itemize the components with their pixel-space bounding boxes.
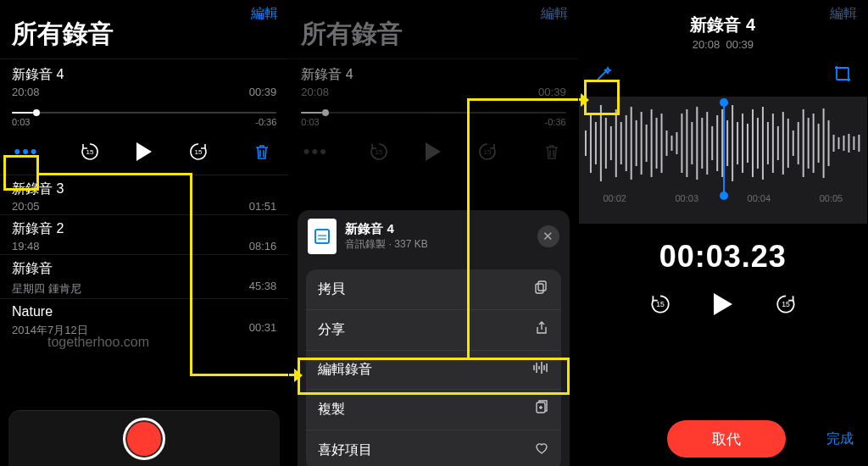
elapsed-label: 0:03 <box>12 117 30 127</box>
delete-button[interactable] <box>248 137 276 166</box>
recording-name: 新錄音 3 <box>12 180 276 198</box>
page-title: 所有錄音 <box>289 0 577 58</box>
waveform-icon <box>532 361 549 379</box>
recording-duration: 00:39 <box>538 86 566 98</box>
action-label: 分享 <box>318 321 345 339</box>
edit-link[interactable]: 編輯 <box>541 5 568 23</box>
action-label: 編輯錄音 <box>318 361 372 379</box>
recording-title[interactable]: 新錄音 4 <box>579 14 867 36</box>
enhance-button[interactable] <box>591 61 616 86</box>
done-link[interactable]: 完成 <box>826 430 854 448</box>
recording-duration: 08:16 <box>249 240 277 252</box>
remaining-label: -0:36 <box>255 117 276 127</box>
list-item[interactable]: Nature 2014年7月12日 00:31 <box>0 298 288 340</box>
rewind-15-icon[interactable]: 15 <box>646 290 675 319</box>
recording-time: 20:08 <box>693 38 721 51</box>
more-button[interactable]: ••• <box>12 137 41 166</box>
recording-duration: 45:38 <box>249 280 277 297</box>
duplicate-icon <box>534 400 549 419</box>
recording-time: 19:48 <box>12 240 40 252</box>
recording-time: 20:08 <box>301 86 329 98</box>
heart-icon <box>534 441 549 460</box>
svg-text:15: 15 <box>656 300 665 308</box>
action-share[interactable]: 分享 <box>306 309 560 350</box>
svg-text:15: 15 <box>86 148 94 156</box>
ruler-tick: 00:04 <box>748 193 771 203</box>
trim-button[interactable] <box>830 61 855 86</box>
panel-editor: 編輯 新錄音 4 20:08 00:39 00:02 00:03 00: <box>579 0 868 466</box>
ruler-tick: 00:05 <box>820 193 843 203</box>
recording-subtitle: 2014年7月12日 <box>12 323 88 338</box>
recording-duration: 01:51 <box>249 200 277 213</box>
player-controls: ••• 15 15 <box>289 132 577 175</box>
current-recording[interactable]: 新錄音 4 20:08 00:39 <box>0 58 288 100</box>
close-button[interactable]: ✕ <box>537 225 559 247</box>
svg-text:15: 15 <box>782 300 790 308</box>
action-label: 拷貝 <box>318 280 345 298</box>
list-item[interactable]: 新錄音 2 19:48 08:16 <box>0 214 288 254</box>
list-item[interactable]: 新錄音 3 20:05 01:51 <box>0 175 288 214</box>
svg-rect-5 <box>536 284 543 293</box>
action-copy[interactable]: 拷貝 <box>306 269 560 309</box>
current-recording: 新錄音 4 20:08 00:39 <box>289 58 577 100</box>
action-sheet: 新錄音 4 音訊錄製 · 337 KB ✕ 拷貝 分享 編輯錄音 <box>298 210 569 466</box>
forward-15-icon: 15 <box>473 137 502 166</box>
rewind-15-icon[interactable]: 15 <box>75 137 104 166</box>
play-button <box>419 137 448 166</box>
edit-link[interactable]: 編輯 <box>251 5 278 23</box>
recording-name: 新錄音 4 <box>301 66 565 84</box>
share-icon <box>534 320 549 340</box>
player-controls: ••• 15 15 <box>0 132 288 175</box>
svg-text:15: 15 <box>484 148 492 156</box>
action-edit-recording[interactable]: 編輯錄音 <box>306 350 560 389</box>
waveform-area[interactable]: 00:02 00:03 00:04 00:05 <box>579 97 867 224</box>
recording-time: 20:08 <box>12 86 40 98</box>
highlight-arrow <box>289 374 298 376</box>
highlight-arrow <box>190 374 289 376</box>
ruler-tick: 00:03 <box>676 193 699 203</box>
panel-share-sheet: 編輯 所有錄音 新錄音 4 20:08 00:39 0:03 -0:36 •••… <box>289 0 578 466</box>
recording-duration: 00:39 <box>249 86 277 98</box>
action-label: 複製 <box>318 401 345 419</box>
playhead[interactable] <box>723 103 725 195</box>
copy-icon <box>534 280 549 299</box>
svg-text:15: 15 <box>376 148 383 156</box>
rewind-15-icon: 15 <box>364 137 393 166</box>
recording-subtitle: 星期四 鍾肯尼 <box>12 281 81 297</box>
recording-time: 20:05 <box>12 200 40 213</box>
editor-controls: 15 15 <box>579 290 867 319</box>
sheet-title: 新錄音 4 <box>345 221 427 237</box>
delete-button <box>537 137 566 166</box>
action-duplicate[interactable]: 複製 <box>306 389 560 430</box>
play-button[interactable] <box>709 290 737 319</box>
scrubber[interactable] <box>12 112 276 114</box>
edit-link: 編輯 <box>830 5 857 23</box>
recording-duration: 00:31 <box>249 321 277 338</box>
page-title: 所有錄音 <box>0 0 288 58</box>
list-item[interactable]: 新錄音 星期四 鍾肯尼 45:38 <box>0 254 288 298</box>
play-button[interactable] <box>130 137 159 166</box>
recording-name: 新錄音 2 <box>12 220 276 238</box>
more-button: ••• <box>301 137 330 166</box>
ruler-tick: 00:02 <box>603 193 626 203</box>
recording-duration: 00:39 <box>726 38 754 51</box>
action-favorite[interactable]: 喜好項目 <box>306 430 560 466</box>
action-label: 喜好項目 <box>318 441 372 459</box>
sheet-subtitle: 音訊錄製 · 337 KB <box>345 237 427 252</box>
replace-button[interactable]: 取代 <box>667 420 786 458</box>
svg-text:15: 15 <box>195 148 203 156</box>
file-thumb-icon <box>308 219 337 254</box>
recording-name: Nature <box>12 304 276 319</box>
recording-name: 新錄音 4 <box>12 66 276 84</box>
scrubber <box>301 112 565 114</box>
svg-rect-13 <box>837 68 849 80</box>
recording-name: 新錄音 <box>12 260 276 278</box>
record-bar <box>8 410 280 466</box>
record-button[interactable] <box>123 418 165 460</box>
elapsed-label: 0:03 <box>301 117 319 127</box>
current-time-large: 00:03.23 <box>579 239 867 275</box>
forward-15-icon[interactable]: 15 <box>184 137 213 166</box>
panel-list: 編輯 所有錄音 新錄音 4 20:08 00:39 0:03 -0:36 •••… <box>0 0 289 466</box>
svg-rect-4 <box>538 281 546 291</box>
forward-15-icon[interactable]: 15 <box>771 290 800 319</box>
